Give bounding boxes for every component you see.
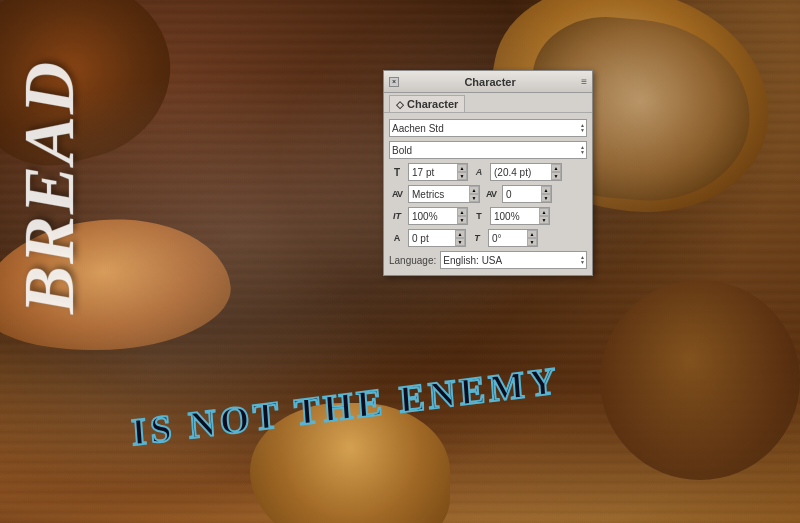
character-tab[interactable]: ◇ Character <box>389 95 465 112</box>
baseline-shift-icon: A <box>389 233 405 243</box>
leading-up[interactable]: ▲ <box>551 164 561 172</box>
font-style-row: Bold Regular Italic Bold Italic ▲ ▼ <box>389 141 587 159</box>
scale-row: IT 100% ▲ ▼ T 100% ▲ ▼ <box>389 207 587 225</box>
skew-down[interactable]: ▼ <box>527 238 537 246</box>
down-arrow-icon: ▼ <box>580 260 585 265</box>
leading-field[interactable]: (20.4 pt) ▲ ▼ <box>490 163 562 181</box>
vscale-up[interactable]: ▲ <box>457 208 467 216</box>
baseline-down[interactable]: ▼ <box>455 238 465 246</box>
tracking-down[interactable]: ▼ <box>541 194 551 202</box>
down-arrow-icon: ▼ <box>580 128 585 133</box>
close-icon: × <box>392 78 396 85</box>
vertical-scale-spinners[interactable]: ▲ ▼ <box>457 208 467 224</box>
language-row: Language: English: USA English: UK Frenc… <box>389 251 587 269</box>
panel-body: Aachen Std Arial Times New Roman ▲ ▼ Bol… <box>384 113 592 275</box>
font-size-icon: T <box>389 167 405 178</box>
font-size-spinners[interactable]: ▲ ▼ <box>457 164 467 180</box>
language-field[interactable]: English: USA English: UK French German S… <box>440 251 587 269</box>
panel-title: Character <box>464 76 515 88</box>
horizontal-scale-icon: T <box>471 211 487 221</box>
tracking-spinners[interactable]: ▲ ▼ <box>541 186 551 202</box>
skew-icon: T <box>469 233 485 243</box>
font-size-value: 17 pt <box>409 167 457 178</box>
font-style-field[interactable]: Bold Regular Italic Bold Italic ▲ ▼ <box>389 141 587 159</box>
horizontal-scale-value: 100% <box>491 211 539 222</box>
skew-spinners[interactable]: ▲ ▼ <box>527 230 537 246</box>
skew-up[interactable]: ▲ <box>527 230 537 238</box>
font-size-field[interactable]: 17 pt ▲ ▼ <box>408 163 468 181</box>
font-family-arrows: ▲ ▼ <box>580 120 585 136</box>
hscale-down[interactable]: ▼ <box>539 216 549 224</box>
panel-menu-button[interactable]: ≡ <box>581 76 587 87</box>
size-leading-row: T 17 pt ▲ ▼ A (20.4 pt) ▲ ▼ <box>389 163 587 181</box>
panel-close-button[interactable]: × <box>389 77 399 87</box>
skew-value: 0° <box>489 233 527 244</box>
vscale-down[interactable]: ▼ <box>457 216 467 224</box>
vertical-scale-value: 100% <box>409 211 457 222</box>
language-arrows: ▲ ▼ <box>580 252 585 268</box>
leading-down[interactable]: ▼ <box>551 172 561 180</box>
baseline-skew-row: A 0 pt ▲ ▼ T 0° ▲ ▼ <box>389 229 587 247</box>
kerning-down[interactable]: ▼ <box>469 194 479 202</box>
horizontal-scale-field[interactable]: 100% ▲ ▼ <box>490 207 550 225</box>
hscale-up[interactable]: ▲ <box>539 208 549 216</box>
tracking-up[interactable]: ▲ <box>541 186 551 194</box>
panel-tab-row: ◇ Character <box>384 93 592 113</box>
font-family-field[interactable]: Aachen Std Arial Times New Roman ▲ ▼ <box>389 119 587 137</box>
panel-titlebar: × Character ≡ <box>384 71 592 93</box>
tracking-value: 0 <box>503 189 541 200</box>
horizontal-scale-spinners[interactable]: ▲ ▼ <box>539 208 549 224</box>
kerning-up[interactable]: ▲ <box>469 186 479 194</box>
diamond-icon: ◇ <box>396 99 404 110</box>
down-arrow-icon: ▼ <box>580 150 585 155</box>
leading-icon: A <box>471 167 487 177</box>
leading-value: (20.4 pt) <box>491 167 551 178</box>
vertical-scale-field[interactable]: 100% ▲ ▼ <box>408 207 468 225</box>
skew-field[interactable]: 0° ▲ ▼ <box>488 229 538 247</box>
baseline-up[interactable]: ▲ <box>455 230 465 238</box>
baseline-value: 0 pt <box>409 233 455 244</box>
font-style-arrows: ▲ ▼ <box>580 142 585 158</box>
tracking-field[interactable]: 0 ▲ ▼ <box>502 185 552 203</box>
character-panel: × Character ≡ ◇ Character Aachen Std Ari… <box>383 70 593 276</box>
tracking-icon: AV <box>483 189 499 199</box>
bread-text: BREAD <box>15 60 83 314</box>
kerning-icon: AV <box>389 189 405 199</box>
tab-label: Character <box>407 98 458 110</box>
font-style-select[interactable]: Bold Regular Italic Bold Italic <box>390 145 586 156</box>
font-size-up[interactable]: ▲ <box>457 164 467 172</box>
font-family-select[interactable]: Aachen Std Arial Times New Roman <box>390 123 586 134</box>
kerning-field[interactable]: Metrics ▲ ▼ <box>408 185 480 203</box>
leading-spinners[interactable]: ▲ ▼ <box>551 164 561 180</box>
kerning-spinners[interactable]: ▲ ▼ <box>469 186 479 202</box>
baseline-field[interactable]: 0 pt ▲ ▼ <box>408 229 466 247</box>
vertical-scale-icon: IT <box>389 211 405 221</box>
font-family-row: Aachen Std Arial Times New Roman ▲ ▼ <box>389 119 587 137</box>
font-size-down[interactable]: ▼ <box>457 172 467 180</box>
kerning-value: Metrics <box>409 189 469 200</box>
kerning-tracking-row: AV Metrics ▲ ▼ AV 0 ▲ ▼ <box>389 185 587 203</box>
language-select[interactable]: English: USA English: UK French German S… <box>441 255 586 266</box>
language-label: Language: <box>389 255 436 266</box>
baseline-spinners[interactable]: ▲ ▼ <box>455 230 465 246</box>
